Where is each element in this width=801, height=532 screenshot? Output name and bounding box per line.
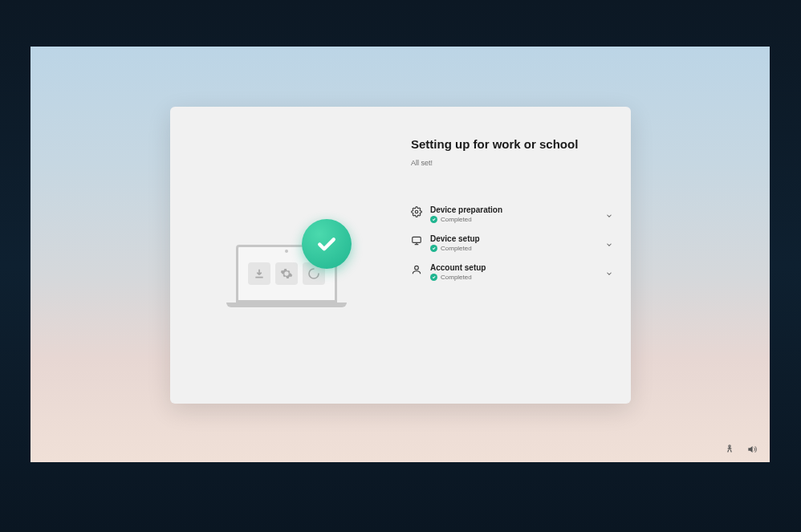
checkmark-badge — [302, 219, 352, 269]
illustration-pane — [170, 107, 403, 404]
laptop-base — [226, 303, 347, 307]
step-status-text: Completed — [441, 216, 472, 223]
step-device-preparation[interactable]: Device preparation Completed — [411, 205, 613, 223]
accessibility-button[interactable] — [723, 443, 736, 456]
chevron-down-icon — [605, 209, 613, 217]
check-icon — [430, 216, 437, 223]
check-icon — [430, 274, 437, 281]
desktop-background: Setting up for work or school All set! D… — [30, 47, 770, 462]
svg-rect-1 — [413, 237, 421, 242]
setup-panel: Setting up for work or school All set! D… — [170, 107, 631, 404]
step-device-setup[interactable]: Device setup Completed — [411, 234, 613, 252]
svg-point-3 — [729, 445, 730, 447]
step-title: Account setup — [430, 263, 613, 272]
monitor-icon — [411, 235, 422, 246]
page-subtitle: All set! — [411, 159, 613, 167]
step-account-setup[interactable]: Account setup Completed — [411, 263, 613, 281]
svg-point-0 — [415, 210, 418, 213]
download-icon — [248, 262, 270, 285]
page-title: Setting up for work or school — [411, 137, 613, 151]
chevron-down-icon — [605, 238, 613, 246]
step-status-text: Completed — [441, 274, 472, 281]
content-pane: Setting up for work or school All set! D… — [411, 137, 613, 292]
chevron-down-icon — [605, 266, 613, 274]
laptop-camera — [285, 250, 288, 253]
person-icon — [411, 264, 422, 275]
step-status-text: Completed — [441, 245, 472, 252]
gear-icon — [275, 262, 298, 285]
step-title: Device setup — [430, 234, 613, 243]
step-title: Device preparation — [430, 205, 613, 214]
gear-icon — [411, 206, 422, 217]
volume-button[interactable] — [746, 443, 758, 456]
check-icon — [430, 245, 437, 252]
accessibility-controls — [723, 443, 758, 456]
svg-point-2 — [415, 266, 419, 270]
